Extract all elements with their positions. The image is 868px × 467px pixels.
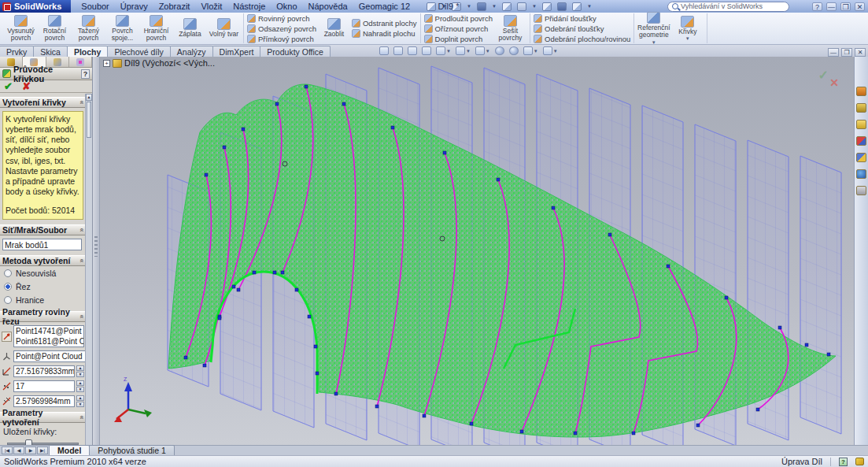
caret-icon[interactable]: ▼ bbox=[466, 49, 471, 54]
tab-skica[interactable]: Skica bbox=[33, 46, 68, 57]
confirm-corner-cancel-icon[interactable]: ✕ bbox=[829, 76, 839, 89]
confirm-corner-ok-icon[interactable]: ✓ bbox=[818, 68, 829, 83]
panel-help-button[interactable]: ? bbox=[81, 69, 90, 79]
caret-icon[interactable]: ▼ bbox=[446, 49, 451, 54]
ok-button[interactable]: ✔ bbox=[4, 81, 13, 91]
point-item[interactable]: Point14741@Point Clou bbox=[16, 326, 82, 336]
button-oriznout-povrch[interactable]: Oříznout povrch bbox=[424, 24, 493, 33]
camera-icon[interactable] bbox=[543, 46, 552, 55]
count-value[interactable]: 17 bbox=[13, 380, 75, 392]
spin-up-icon[interactable]: ▲ bbox=[76, 380, 84, 386]
resources-home-icon[interactable] bbox=[856, 87, 866, 96]
point-item[interactable]: Point6181@Point Cloud bbox=[16, 336, 82, 347]
caret-icon[interactable]: ▼ bbox=[587, 4, 592, 9]
expand-icon[interactable]: + bbox=[103, 60, 110, 67]
panel-splitter[interactable] bbox=[93, 57, 100, 445]
button-odebrani-plochou[interactable]: Odebrání plochou/rovinou bbox=[534, 35, 630, 43]
button-prodlouzit-povrch[interactable]: Prodloužit povrch bbox=[424, 14, 493, 23]
spin-up-icon[interactable]: ▲ bbox=[76, 365, 84, 371]
section-view-icon[interactable] bbox=[422, 46, 431, 55]
button-pridani-tloustky[interactable]: Přidání tloušťky bbox=[534, 14, 630, 23]
plane-point-list[interactable]: Point14741@Point Clou Point6181@Point Cl… bbox=[13, 325, 84, 347]
button-rotacni-povrch[interactable]: Rotační povrch bbox=[39, 15, 71, 43]
view-settings-icon[interactable] bbox=[523, 46, 533, 55]
display-style-icon[interactable] bbox=[456, 46, 465, 55]
section-plane-header[interactable]: Parametry roviny řezu« bbox=[0, 311, 86, 322]
apply-scene-icon[interactable] bbox=[509, 46, 519, 55]
tab-prvky[interactable]: Prvky bbox=[0, 46, 34, 57]
offset-value[interactable]: 27.51679833mm bbox=[13, 365, 75, 377]
section-mesh-header[interactable]: Síť/Mrak/Soubor« bbox=[0, 224, 86, 235]
appearances-scenes-icon[interactable] bbox=[856, 169, 866, 179]
button-tazeny-povrch[interactable]: Tažený povrch bbox=[72, 15, 105, 43]
tab-produkty-office[interactable]: Produkty Office bbox=[260, 46, 331, 57]
quick-tips-icon[interactable]: ? bbox=[839, 458, 848, 466]
tab-analyzy[interactable]: Analýzy bbox=[170, 46, 213, 57]
search-box[interactable]: Vyhledávání v SolidWorks bbox=[667, 2, 789, 12]
previous-view-icon[interactable] bbox=[408, 46, 417, 55]
button-doplnit-povrch[interactable]: Doplnit povrch bbox=[424, 35, 493, 43]
panel-scrollbar[interactable]: ▲ bbox=[85, 94, 92, 445]
menu-soubor[interactable]: Soubor bbox=[76, 2, 114, 11]
tab-plechove-dily[interactable]: Plechové díly bbox=[107, 46, 170, 57]
menu-upravy[interactable]: Úpravy bbox=[115, 2, 153, 11]
button-zaoblit[interactable]: Zaoblit bbox=[318, 18, 350, 38]
file-explorer-icon[interactable] bbox=[856, 120, 866, 129]
caret-icon[interactable]: ▼ bbox=[553, 49, 558, 54]
radio-rez[interactable]: Řez bbox=[0, 280, 86, 293]
help-button[interactable]: ? bbox=[812, 2, 822, 11]
rebuild-icon[interactable] bbox=[557, 2, 567, 11]
zoom-area-icon[interactable] bbox=[393, 46, 403, 55]
button-krivky[interactable]: Křivky▼ bbox=[671, 16, 704, 42]
button-povrch-spojenim[interactable]: Povrch spoje... bbox=[106, 15, 139, 43]
caret-icon[interactable]: ▼ bbox=[486, 49, 490, 54]
button-sesit-povrchy[interactable]: Sešít povrchy bbox=[494, 15, 526, 43]
button-rovinny-povrch[interactable]: Rovinný povrch bbox=[247, 14, 316, 23]
button-odebrani-tloustky[interactable]: Odebrání tloušťky bbox=[534, 24, 630, 33]
caret-icon[interactable]: ▼ bbox=[534, 49, 538, 54]
spin-down-icon[interactable]: ▼ bbox=[76, 372, 84, 377]
custom-properties-icon[interactable] bbox=[856, 186, 866, 195]
last-tab-icon[interactable]: ▶| bbox=[37, 447, 48, 454]
cancel-button[interactable]: ✘ bbox=[22, 81, 31, 91]
scroll-up-icon[interactable]: ▲ bbox=[86, 94, 92, 101]
menu-nastroje[interactable]: Nástroje bbox=[227, 2, 271, 11]
button-hranicni-povrch[interactable]: Hraniční povrch bbox=[140, 15, 172, 43]
close-button[interactable]: ✕ bbox=[855, 2, 865, 11]
doc-restore-button[interactable]: ❒ bbox=[841, 48, 852, 57]
button-primkovy-povrch[interactable]: Přímkový povrch bbox=[247, 35, 316, 43]
section-output-header[interactable]: Parametry vytvoření« bbox=[0, 412, 86, 423]
spacing-value[interactable]: 2.57969984mm bbox=[13, 395, 75, 407]
spin-down-icon[interactable]: ▼ bbox=[76, 387, 84, 392]
zoom-fit-icon[interactable] bbox=[379, 46, 389, 55]
radio-hranice[interactable]: Hranice bbox=[0, 293, 86, 306]
tab-plochy[interactable]: Plochy bbox=[67, 46, 108, 57]
section-create-header[interactable]: Vytvoření křivky« bbox=[0, 97, 86, 108]
first-tab-icon[interactable]: |◀ bbox=[2, 447, 13, 454]
restore-button[interactable]: ❒ bbox=[840, 2, 851, 11]
spin-up-icon[interactable]: ▲ bbox=[76, 395, 84, 401]
tag-icon[interactable] bbox=[855, 458, 864, 465]
radio-nesouvisla[interactable]: Nesouvislá bbox=[0, 266, 86, 280]
menu-zobrazit[interactable]: Zobrazit bbox=[153, 2, 196, 11]
hide-show-items-icon[interactable] bbox=[475, 46, 485, 55]
view-palette-icon[interactable] bbox=[856, 153, 866, 162]
button-volny-tvar[interactable]: Volný tvar bbox=[208, 18, 240, 38]
tab-dimxpert[interactable]: DimXpert bbox=[212, 46, 261, 57]
doc-close-button[interactable]: ✕ bbox=[855, 48, 866, 57]
doc-minimize-button[interactable]: — bbox=[828, 48, 839, 57]
minimize-button[interactable]: — bbox=[826, 2, 837, 11]
mesh-cloud-input[interactable] bbox=[2, 239, 82, 250]
button-odsazeny-povrch[interactable]: Odsazený povrch bbox=[247, 24, 316, 33]
prev-tab-icon[interactable]: ◀ bbox=[13, 447, 24, 454]
view-orientation-icon[interactable] bbox=[436, 46, 445, 55]
graphics-viewport[interactable]: Z + Díl9 (Výchozí< <Vých... ✓ ✕ bbox=[100, 57, 854, 445]
scroll-thumb[interactable] bbox=[87, 102, 91, 138]
menu-vlozit[interactable]: Vložit bbox=[195, 2, 227, 11]
3d-scene[interactable]: Z bbox=[100, 57, 854, 445]
next-tab-icon[interactable]: ▶ bbox=[25, 447, 36, 454]
axis-input[interactable] bbox=[13, 350, 86, 362]
section-method-header[interactable]: Metoda vytvoření« bbox=[0, 255, 86, 266]
options-icon[interactable] bbox=[572, 2, 582, 11]
slider-thumb-icon[interactable] bbox=[25, 439, 32, 445]
